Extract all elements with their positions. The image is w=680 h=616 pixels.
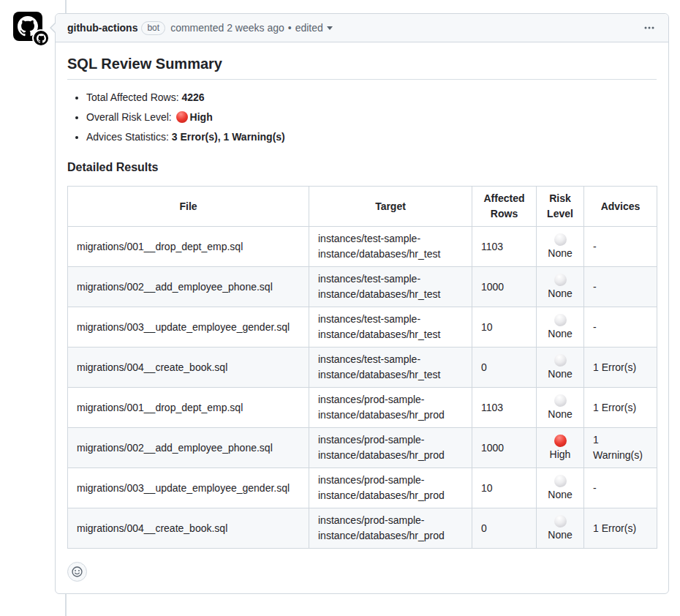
cell-risk-level: None xyxy=(537,267,584,307)
cell-affected-rows: 10 xyxy=(472,468,537,508)
cell-affected-rows: 0 xyxy=(472,348,537,388)
comment-body: SQL Review Summary Total Affected Rows: … xyxy=(56,42,668,593)
cell-file: migrations/003__update_employee_gender.s… xyxy=(68,468,309,508)
risk-circle-icon xyxy=(554,314,567,326)
col-header-advices: Advices xyxy=(584,187,657,227)
total-affected-rows-value: 4226 xyxy=(181,91,204,103)
risk-circle-icon xyxy=(554,515,567,527)
chevron-down-icon xyxy=(327,26,333,33)
bot-label-badge: bot xyxy=(141,21,165,35)
risk-circle-icon xyxy=(554,233,567,246)
col-header-affected-rows: Affected Rows xyxy=(472,187,537,227)
cell-advices: 1 Error(s) xyxy=(584,508,657,549)
cell-risk-level: None xyxy=(537,227,584,267)
risk-circle-icon xyxy=(554,354,567,367)
edited-dropdown[interactable]: edited xyxy=(295,20,333,35)
red-circle-icon xyxy=(176,111,188,123)
cell-target: instances/prod-sample-instance/databases… xyxy=(309,508,472,549)
cell-affected-rows: 1103 xyxy=(472,388,537,428)
cell-risk-level: None xyxy=(537,508,584,549)
cell-file: migrations/004__create_book.sql xyxy=(68,508,309,549)
cell-advices: - xyxy=(584,307,657,348)
comment-author[interactable]: github-actions xyxy=(67,20,137,35)
dot-separator: • xyxy=(288,20,292,35)
cell-advices: - xyxy=(584,468,657,508)
cell-risk-level: None xyxy=(537,388,584,428)
col-header-file: File xyxy=(68,187,309,227)
summary-item-total-affected-rows: Total Affected Rows: 4226 xyxy=(86,90,657,105)
cell-target: instances/test-sample-instance/databases… xyxy=(309,227,472,267)
cell-file: migrations/001__drop_dept_emp.sql xyxy=(68,227,309,267)
cell-affected-rows: 0 xyxy=(472,508,537,549)
cell-risk-level: None xyxy=(537,348,584,388)
cell-target: instances/prod-sample-instance/databases… xyxy=(309,428,472,468)
comment-card: github-actions bot commented 2 weeks ago… xyxy=(55,13,669,594)
smiley-icon xyxy=(72,566,83,577)
detailed-results-title: Detailed Results xyxy=(67,161,657,174)
cell-advices: - xyxy=(584,227,657,267)
cell-target: instances/prod-sample-instance/databases… xyxy=(309,388,472,428)
cell-file: migrations/004__create_book.sql xyxy=(68,348,309,388)
cell-advices: 1 Error(s) xyxy=(584,388,657,428)
comment-timestamp[interactable]: commented 2 weeks ago xyxy=(170,20,284,35)
cell-affected-rows: 1000 xyxy=(472,428,537,468)
add-reaction-button[interactable] xyxy=(67,562,87,582)
summary-title: SQL Review Summary xyxy=(67,56,657,80)
col-header-target: Target xyxy=(309,187,472,227)
cell-risk-level: High xyxy=(537,428,584,468)
comment-header: github-actions bot commented 2 weeks ago… xyxy=(56,14,668,42)
table-row: migrations/002__add_employee_phone.sql i… xyxy=(68,428,657,468)
edited-label: edited xyxy=(295,20,323,35)
advices-statistics-value: 3 Error(s), 1 Warning(s) xyxy=(172,131,285,143)
table-row: migrations/001__drop_dept_emp.sql instan… xyxy=(68,227,657,267)
table-row: migrations/004__create_book.sql instance… xyxy=(68,508,657,549)
table-row: migrations/001__drop_dept_emp.sql instan… xyxy=(68,388,657,428)
cell-target: instances/prod-sample-instance/databases… xyxy=(309,468,472,508)
bot-avatar-badge xyxy=(32,29,50,47)
risk-circle-icon xyxy=(554,394,567,407)
cell-target: instances/test-sample-instance/databases… xyxy=(309,348,472,388)
cell-affected-rows: 10 xyxy=(472,307,537,348)
table-header-row: File Target Affected Rows Risk Level Adv… xyxy=(68,187,657,227)
kebab-menu-button[interactable] xyxy=(642,22,657,34)
table-row: migrations/003__update_employee_gender.s… xyxy=(68,468,657,508)
cell-advices: 1 Warning(s) xyxy=(584,428,657,468)
cell-target: instances/test-sample-instance/databases… xyxy=(309,307,472,348)
risk-circle-icon xyxy=(554,475,567,487)
risk-circle-icon xyxy=(554,435,567,447)
cell-file: migrations/001__drop_dept_emp.sql xyxy=(68,388,309,428)
cell-advices: - xyxy=(584,267,657,307)
risk-circle-icon xyxy=(554,274,567,286)
table-row: migrations/002__add_employee_phone.sql i… xyxy=(68,267,657,307)
summary-item-advices-statistics: Advices Statistics: 3 Error(s), 1 Warnin… xyxy=(86,129,657,145)
cell-risk-level: None xyxy=(537,307,584,348)
summary-list: Total Affected Rows: 4226 Overall Risk L… xyxy=(67,90,657,145)
cell-file: migrations/003__update_employee_gender.s… xyxy=(68,307,309,348)
cell-file: migrations/002__add_employee_phone.sql xyxy=(68,267,309,307)
table-row: migrations/003__update_employee_gender.s… xyxy=(68,307,657,348)
github-logo-icon xyxy=(34,31,48,45)
overall-risk-level-value: High xyxy=(190,111,213,123)
cell-affected-rows: 1000 xyxy=(472,267,537,307)
cell-affected-rows: 1103 xyxy=(472,227,537,267)
cell-risk-level: None xyxy=(537,468,584,508)
summary-item-overall-risk-level: Overall Risk Level: High xyxy=(86,110,657,125)
col-header-risk-level: Risk Level xyxy=(537,187,584,227)
cell-advices: 1 Error(s) xyxy=(584,348,657,388)
table-row: migrations/004__create_book.sql instance… xyxy=(68,348,657,388)
cell-target: instances/test-sample-instance/databases… xyxy=(309,267,472,307)
results-table: File Target Affected Rows Risk Level Adv… xyxy=(67,186,657,549)
cell-file: migrations/002__add_employee_phone.sql xyxy=(68,428,309,468)
avatar[interactable] xyxy=(13,12,42,41)
kebab-horizontal-icon xyxy=(643,22,655,34)
